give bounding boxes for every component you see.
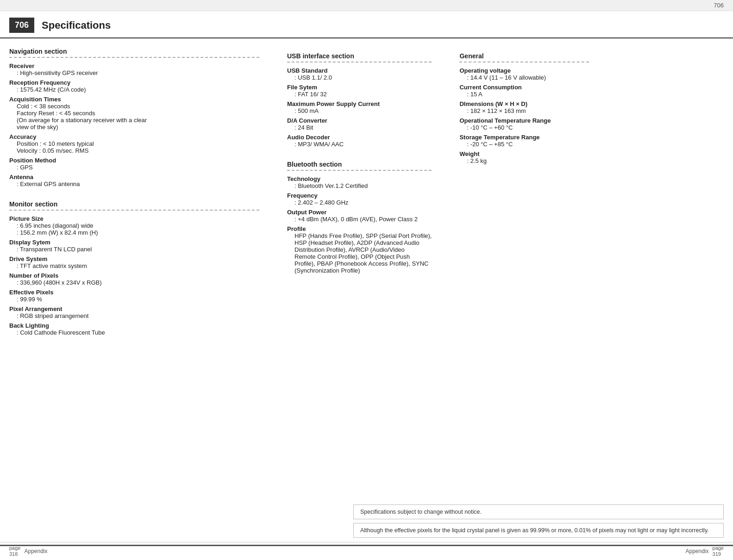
spec-bt-frequency: Frequency : 2.402 – 2.480 GHz [287, 192, 432, 206]
navigation-divider [9, 57, 259, 58]
spec-bt-technology-label: Technology [287, 175, 432, 182]
spec-receiver-value: : High-sensitivity GPS receiver [9, 69, 259, 76]
spec-drive-system: Drive System : TFT active matrix system [9, 255, 259, 269]
spec-operating-voltage-value: : 14.4 V (11 – 16 V allowable) [459, 74, 589, 81]
spec-bt-frequency-value: : 2.402 – 2.480 GHz [287, 199, 432, 206]
spec-picture-size: Picture Size : 6.95 inches (diagonal) wi… [9, 215, 259, 236]
monitor-divider [9, 210, 259, 211]
spec-operating-voltage: Operating voltage : 14.4 V (11 – 16 V al… [459, 67, 589, 81]
usb-divider [287, 62, 432, 62]
spec-bt-profile-v5: Profile), PBAP (Phonebook Access Profile… [287, 260, 432, 267]
spec-storage-temp-label: Storage Temperature Range [459, 134, 589, 141]
note-1-text: Specifications subject to change without… [360, 509, 482, 515]
spec-audio-decoder: Audio Decoder : MP3/ WMA/ AAC [287, 134, 432, 148]
usb-section-title: USB interface section [287, 52, 432, 60]
spec-acquisition-times-v4: view of the sky) [9, 124, 259, 131]
usb-section: USB interface section USB Standard : USB… [287, 52, 432, 148]
spec-pixel-arrangement-label: Pixel Arrangement [9, 305, 259, 312]
bluetooth-divider [287, 170, 432, 171]
spec-antenna: Antenna : External GPS antenna [9, 174, 259, 187]
spec-antenna-label: Antenna [9, 174, 259, 180]
spec-max-power-label: Maximum Power Supply Current [287, 100, 432, 107]
top-page-number: 706 [714, 2, 724, 9]
spec-display-sytem-value: : Transparent TN LCD panel [9, 246, 259, 253]
spec-acquisition-times-v2: Factory Reset : < 45 seconds [9, 110, 259, 117]
spec-bt-profile-v4: Remote Control Profile), OPP (Object Pus… [287, 253, 432, 260]
spec-pixel-arrangement: Pixel Arrangement : RGB striped arrangem… [9, 305, 259, 319]
spec-drive-system-label: Drive System [9, 255, 259, 262]
usb-bt-row: USB interface section USB Standard : USB… [287, 48, 724, 287]
usb-section-container: USB interface section USB Standard : USB… [287, 48, 432, 287]
spec-bt-profile-label: Profile [287, 225, 432, 232]
spec-operational-temp-value: : -10 °C – +60 °C [459, 124, 589, 131]
spec-audio-decoder-label: Audio Decoder [287, 134, 432, 141]
spec-file-sytem-value: : FAT 16/ 32 [287, 91, 432, 98]
navigation-section: Navigation section Receiver : High-sensi… [9, 48, 259, 187]
spec-bt-output-power-label: Output Power [287, 209, 432, 216]
spec-usb-standard-value: : USB 1.1/ 2.0 [287, 74, 432, 81]
spec-effective-pixels: Effective Pixels : 99.99 % [9, 289, 259, 303]
spec-usb-standard-label: USB Standard [287, 67, 432, 74]
spec-picture-size-label: Picture Size [9, 215, 259, 222]
spec-accuracy-label: Accuracy [9, 133, 259, 140]
spec-audio-decoder-value: : MP3/ WMA/ AAC [287, 141, 432, 148]
spec-acquisition-times: Acquisition Times Cold : < 38 seconds Fa… [9, 96, 259, 131]
spec-file-sytem-label: File Sytem [287, 84, 432, 91]
footer-notes: Specifications subject to change without… [353, 504, 724, 541]
spec-bt-profile: Profile HFP (Hands Free Profile), SPP (S… [287, 225, 432, 274]
spec-accuracy-v1: Position : < 10 meters typical [9, 140, 259, 147]
spec-dimensions-label: DImensions (W × H × D) [459, 100, 589, 107]
left-column: Navigation section Receiver : High-sensi… [9, 48, 278, 349]
spec-weight: Weight : 2.5 kg [459, 150, 589, 164]
spec-bt-technology: Technology : Bluetooth Ver.1.2 Certified [287, 175, 432, 189]
page-title: Specifications [42, 19, 111, 31]
spec-current-consumption-value: : 15 A [459, 91, 589, 98]
spec-operating-voltage-label: Operating voltage [459, 67, 589, 74]
top-bar: 706 [0, 0, 733, 11]
spec-effective-pixels-value: : 99.99 % [9, 296, 259, 303]
spec-back-lighting-value: : Cold Cathode Fluorescent Tube [9, 329, 259, 336]
bottom-nav-left: page 318 Appendix [9, 545, 48, 557]
spec-file-sytem: File Sytem : FAT 16/ 32 [287, 84, 432, 98]
spec-da-converter-value: : 24 Bit [287, 124, 432, 131]
spec-bt-profile-v2: HSP (Headset Profile), A2DP (Advanced Au… [287, 239, 432, 246]
spec-acquisition-times-v3: (On average for a stationary receiver wi… [9, 117, 259, 124]
bottom-nav: page 318 Appendix Appendix page 319 [0, 542, 733, 560]
spec-bt-technology-value: : Bluetooth Ver.1.2 Certified [287, 182, 432, 189]
note-2-text: Although the effective pixels for the li… [360, 527, 709, 534]
spec-accuracy: Accuracy Position : < 10 meters typical … [9, 133, 259, 154]
spec-receiver: Receiver : High-sensitivity GPS receiver [9, 62, 259, 76]
spec-bt-output-power: Output Power : +4 dBm (MAX), 0 dBm (AVE)… [287, 209, 432, 223]
spec-weight-label: Weight [459, 150, 589, 157]
spec-acquisition-times-label: Acquisition Times [9, 96, 259, 103]
spec-max-power: Maximum Power Supply Current : 500 mA [287, 100, 432, 114]
spec-num-pixels-value: : 336,960 (480H x 234V x RGB) [9, 279, 259, 286]
bottom-right-page-label: page 319 [713, 545, 724, 557]
main-content: Navigation section Receiver : High-sensi… [0, 38, 733, 349]
spec-bt-output-power-value: : +4 dBm (MAX), 0 dBm (AVE), Power Class… [287, 216, 432, 223]
bottom-right-appendix: Appendix [685, 548, 708, 554]
monitor-section: Monitor section Picture Size : 6.95 inch… [9, 200, 259, 336]
spec-position-method: Position Method : GPS [9, 157, 259, 171]
spec-weight-value: : 2.5 kg [459, 157, 589, 164]
spec-display-sytem: Display Sytem : Transparent TN LCD panel [9, 239, 259, 253]
spec-da-converter: D/A Converter : 24 Bit [287, 117, 432, 131]
spec-current-consumption-label: Current Consumption [459, 84, 589, 91]
spec-dimensions-value: : 182 × 112 × 163 mm [459, 107, 589, 114]
spec-storage-temp: Storage Temperature Range : -20 °C – +85… [459, 134, 589, 148]
bottom-nav-right: Appendix page 319 [685, 545, 724, 557]
spec-position-method-label: Position Method [9, 157, 259, 164]
spec-num-pixels: Number of Pixels : 336,960 (480H x 234V … [9, 272, 259, 286]
bottom-left-appendix: Appendix [24, 548, 47, 554]
bottom-left-page-label: page 318 [9, 545, 20, 557]
spec-bt-frequency-label: Frequency [287, 192, 432, 199]
spec-back-lighting-label: Back Lighting [9, 322, 259, 329]
spec-bt-profile-v6: (Synchronization Profile) [287, 267, 432, 274]
spec-acquisition-times-v1: Cold : < 38 seconds [9, 103, 259, 110]
note-2: Although the effective pixels for the li… [353, 523, 724, 538]
spec-position-method-value: : GPS [9, 164, 259, 171]
page-header: 706 Specifications [0, 11, 733, 38]
general-section-container: General Operating voltage : 14.4 V (11 –… [459, 48, 589, 287]
spec-drive-system-value: : TFT active matrix system [9, 262, 259, 269]
general-divider [459, 62, 589, 62]
